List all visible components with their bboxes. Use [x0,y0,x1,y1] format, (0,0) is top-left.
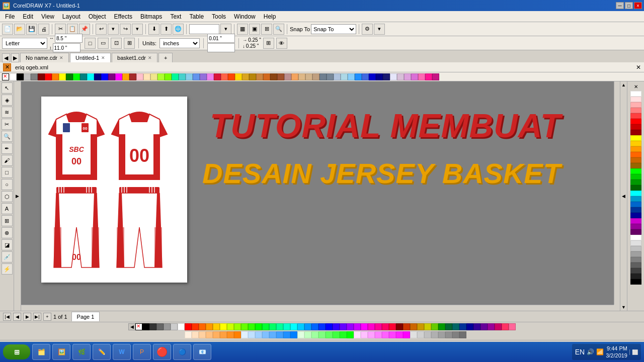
ellipse-tool[interactable]: ○ [2,179,13,190]
right-swatch[interactable] [630,124,641,130]
paste-button[interactable]: 📌 [79,24,90,35]
bottom-swatch-row2[interactable] [333,331,340,338]
color-swatch[interactable] [73,73,80,80]
bottom-swatch[interactable] [368,323,375,330]
page-first-btn[interactable]: |◀ [3,313,11,321]
bottom-swatch[interactable] [452,323,459,330]
color-swatch[interactable] [80,73,87,80]
bottom-swatch-row2[interactable] [241,331,248,338]
right-swatch[interactable] [630,251,641,257]
bottom-swatch-row2[interactable] [361,331,368,338]
menu-help[interactable]: Help [260,12,280,21]
color-swatch[interactable] [327,73,334,80]
panel-scroll-up[interactable]: ▲ [621,82,626,87]
color-swatch[interactable] [52,73,59,80]
duplicate-input[interactable] [207,43,235,52]
bottom-swatch[interactable] [445,323,452,330]
freehand-tool[interactable]: ✒ [2,143,13,154]
blend-tool[interactable]: ⊗ [2,227,13,238]
color-swatch[interactable] [193,73,200,80]
bottom-swatch[interactable] [431,323,438,330]
bottom-swatch[interactable] [213,323,220,330]
bottom-swatch-row2[interactable] [269,331,276,338]
bottom-swatch[interactable] [466,323,473,330]
bottom-swatch-row2[interactable] [424,331,431,338]
bottom-swatch[interactable] [361,323,368,330]
right-swatch[interactable] [630,191,641,196]
color-swatch[interactable] [418,73,425,80]
tab-scroll-left[interactable]: ◀ [2,53,10,62]
tab-add[interactable]: + [158,53,173,62]
bottom-swatch[interactable] [283,323,290,330]
bottom-swatch-row2[interactable] [206,331,213,338]
eyedropper-tool[interactable]: 💉 [2,251,13,262]
bottom-swatch-row2[interactable] [431,331,438,338]
right-swatch[interactable] [630,108,641,113]
right-swatch[interactable] [630,102,641,108]
page-prev-btn[interactable]: ◀ [13,313,21,321]
bottom-swatch-row2[interactable] [340,331,347,338]
bottom-swatch[interactable] [290,323,297,330]
zoom-input[interactable] [189,24,219,34]
undo-dropdown[interactable]: ▾ [108,24,119,35]
landscape-btn[interactable]: ▭ [98,38,109,49]
right-panel-expand[interactable]: ◀ [622,194,625,199]
color-swatch[interactable] [17,73,24,80]
bottom-swatch[interactable] [495,323,502,330]
menu-view[interactable]: View [37,12,58,21]
bottom-swatch-row2[interactable] [382,331,389,338]
view-options-btn[interactable]: 👁 [276,38,287,49]
table-tool[interactable]: ⊞ [2,215,13,226]
color-swatch[interactable] [101,73,108,80]
right-swatch[interactable] [630,97,641,102]
right-swatch[interactable] [630,141,641,146]
bottom-swatch-row2[interactable] [452,331,459,338]
tab-untitled-1[interactable]: Untitled-1 ✕ [70,53,111,62]
vertical-scrollbar[interactable] [614,81,620,305]
page-width-input[interactable] [55,34,83,43]
right-swatch[interactable] [630,196,641,202]
page-size-select[interactable]: Letter A4 Custom [2,38,47,49]
bottom-swatch[interactable] [333,323,340,330]
panel-scroll-down[interactable]: ▼ [621,305,626,310]
redo-button[interactable]: ↪ [120,24,131,35]
bottom-swatch[interactable] [403,323,410,330]
right-swatch[interactable] [630,218,641,224]
color-swatch[interactable] [108,73,115,80]
bottom-swatch-row2[interactable] [290,331,297,338]
tab-no-name[interactable]: No name.cdr ✕ [20,53,69,62]
open-button[interactable]: 📂 [14,24,25,35]
right-swatch[interactable] [630,235,641,240]
menu-edit[interactable]: Edit [19,12,37,21]
network-icon[interactable]: 📶 [596,348,604,355]
tab-basket1[interactable]: basket1.cdr ✕ [112,53,157,62]
right-swatch[interactable] [630,174,641,179]
right-swatch[interactable] [630,274,641,279]
color-swatch[interactable] [362,73,369,80]
bottom-swatch[interactable] [220,323,227,330]
tab-close-basket1[interactable]: ✕ [148,55,152,60]
bottom-swatch[interactable] [326,323,333,330]
page-height-input[interactable] [53,43,80,52]
bottom-swatch[interactable] [234,323,241,330]
menu-tools[interactable]: Tools [208,12,230,21]
color-swatch[interactable] [411,73,418,80]
bottom-swatch-row2[interactable] [368,331,375,338]
bottom-swatch-row2[interactable] [354,331,361,338]
bottom-swatch[interactable] [459,323,466,330]
bottom-swatch-row2[interactable] [396,331,403,338]
bottom-swatch-x[interactable]: ✕ [135,323,142,330]
bottom-swatch[interactable] [318,323,326,330]
zoom-tool[interactable]: 🔍 [2,131,13,142]
color-swatch[interactable] [376,73,383,80]
bottom-swatch[interactable] [382,323,389,330]
start-button[interactable]: ⊞ [3,344,30,359]
color-swatch[interactable] [425,73,432,80]
bottom-swatch-row2[interactable] [227,331,234,338]
minimize-button[interactable]: ─ [616,2,624,9]
color-swatch[interactable] [319,73,327,80]
bottom-swatch-row2[interactable] [347,331,354,338]
new-button[interactable]: 📄 [2,24,13,35]
right-swatch[interactable] [630,157,641,163]
nudge-input[interactable] [207,34,235,43]
